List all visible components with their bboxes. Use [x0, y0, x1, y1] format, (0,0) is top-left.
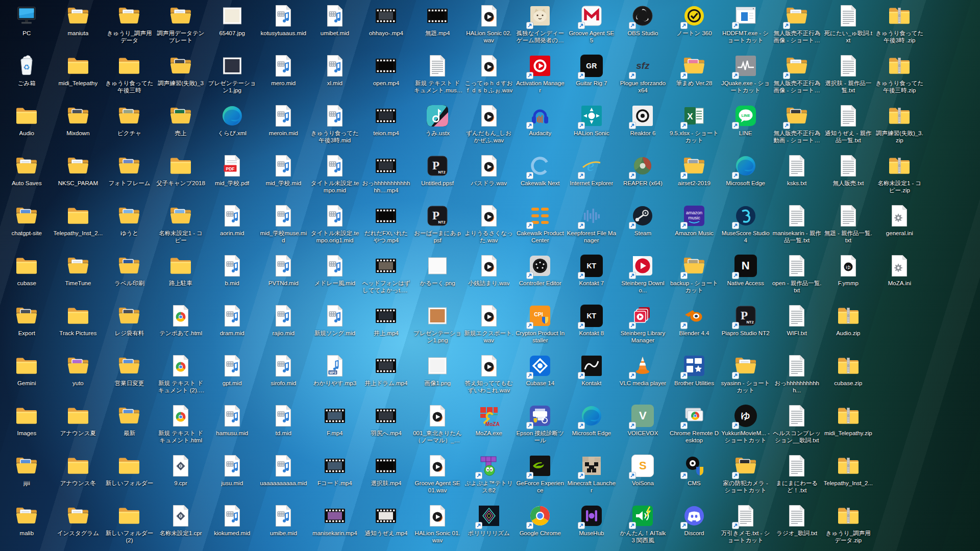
desktop-icon[interactable]: syasinn - ショートカット	[720, 351, 771, 401]
desktop-icon[interactable]: Auto Saves	[1, 151, 53, 201]
desktop-icon[interactable]: プレゼンテーション1.jpg	[206, 51, 258, 101]
desktop-icon[interactable]: ラジオ_歌詞.txt	[771, 501, 823, 551]
desktop-icon[interactable]: LINELINE	[720, 101, 771, 151]
desktop-icon[interactable]: WIFI.txt	[771, 301, 823, 351]
desktop-icon[interactable]: NNative Access	[720, 251, 771, 301]
desktop-icon[interactable]: 死にたい_ゅ歌詞.txt	[823, 1, 874, 51]
desktop-icon[interactable]: Discord	[669, 501, 720, 551]
desktop-icon[interactable]: REAPER (x64)	[617, 151, 669, 201]
desktop-icon[interactable]: 家の防犯カメラ - ショートカット	[720, 451, 771, 501]
desktop-icon[interactable]: 新規 テキスト ドキュメント.html	[155, 401, 207, 451]
desktop-icon[interactable]: 羽尻へ.mp4	[360, 401, 412, 451]
desktop-icon[interactable]: 無人販売.txt	[823, 151, 874, 201]
desktop-icon[interactable]: Cakewalk Next	[514, 151, 566, 201]
desktop-icon[interactable]: PNT2おーばーまにあ.ppsf	[412, 201, 463, 251]
desktop-icon[interactable]: Minecraft Launcher	[566, 451, 618, 501]
desktop-icon[interactable]: Reaktor 6	[617, 101, 669, 151]
desktop-icon[interactable]: HALion Sonic	[566, 101, 618, 151]
desktop-icon[interactable]: cubase.zip	[823, 351, 874, 401]
desktop-icon[interactable]: sfzPlogue sforzando x64	[617, 51, 669, 101]
desktop-icon[interactable]: NKSC_PARAM	[53, 151, 104, 201]
desktop-icon[interactable]: general.ini	[874, 201, 925, 251]
desktop-icon[interactable]: MoZA.ini	[874, 251, 925, 301]
desktop-icon[interactable]: 名称未設定1 - コピー.zip	[874, 151, 925, 201]
desktop-icon[interactable]: Blender 4.4	[669, 301, 720, 351]
desktop-icon[interactable]: HALion Sonic 02.wav	[463, 1, 514, 51]
desktop-icon[interactable]: ポリリリリズム	[463, 501, 514, 551]
desktop-icon[interactable]: おっhhhhhhhhhhh...	[771, 351, 823, 401]
desktop-icon[interactable]: ピクチャ	[104, 101, 155, 151]
desktop-icon[interactable]: gpt.mid	[206, 351, 258, 401]
desktop-icon[interactable]: F.mp4	[309, 401, 361, 451]
desktop-icon[interactable]: ずんだもん_しおかぜふ.wav	[463, 101, 514, 151]
desktop-icon[interactable]: Steam	[617, 201, 669, 251]
desktop-icon[interactable]: 新規エクスポート.wav	[463, 301, 514, 351]
desktop-icon[interactable]: バスドラ.wav	[463, 151, 514, 201]
desktop-icon[interactable]: 売上	[155, 101, 207, 151]
desktop-icon[interactable]: ノートン 360	[669, 1, 720, 51]
desktop-icon[interactable]: PNT2Untitled.ppsf	[412, 151, 463, 201]
desktop-icon[interactable]: きゅうり_調声用データ	[104, 1, 155, 51]
desktop-icon[interactable]: dram.mid	[206, 301, 258, 351]
desktop-icon[interactable]: よりうるさくなった.wav	[463, 201, 514, 251]
desktop-icon[interactable]: aorin.mid	[206, 201, 258, 251]
desktop-icon[interactable]: TimeTune	[53, 251, 104, 301]
desktop-icon[interactable]: Audio.zip	[823, 301, 874, 351]
desktop-icon[interactable]: 新しいフォルダー (2)	[104, 501, 155, 551]
desktop-icon[interactable]: Telepathy_Inst_2...	[53, 201, 104, 251]
desktop-icon[interactable]: Brother Utilities	[669, 351, 720, 401]
desktop-icon[interactable]: タイトル未設定.tempo.orig1.mid	[309, 201, 361, 251]
desktop-icon[interactable]: 名称未設定1.cpr	[155, 501, 207, 551]
desktop-icon[interactable]: sirofo.mid	[258, 351, 309, 401]
desktop-icon[interactable]: td.mid	[258, 401, 309, 451]
desktop-icon[interactable]: SVoiSona	[617, 451, 669, 501]
desktop-icon[interactable]: 9.cpr	[155, 451, 207, 501]
desktop-icon[interactable]: X9.5.xlsx - ショートカット	[669, 101, 720, 151]
desktop-icon[interactable]: 小銭詰まり.wav	[463, 251, 514, 301]
desktop-icon[interactable]: mid_学校muse.mid	[258, 201, 309, 251]
desktop-icon[interactable]: 営業日変更	[104, 351, 155, 401]
desktop-icon[interactable]: 65407.jpg	[206, 1, 258, 51]
desktop-icon[interactable]: メドレー風.mid	[309, 251, 361, 301]
desktop-icon[interactable]: きゅうり食ってた午後3時 .zip	[874, 1, 925, 51]
desktop-icon[interactable]: ゆYukkuriMovieM... - ショートカット	[720, 401, 771, 451]
desktop-icon[interactable]: 無題 - 親作品一覧.txt	[823, 201, 874, 251]
desktop-icon[interactable]: midi_Telepathy.zip	[823, 401, 874, 451]
desktop-icon[interactable]: GRGuitar Rig 7	[566, 51, 618, 101]
desktop-icon[interactable]: 画像1.png	[412, 351, 463, 401]
desktop-icon[interactable]: Controller Editor	[514, 251, 566, 301]
desktop-icon[interactable]: アナウンス夏	[53, 401, 104, 451]
desktop-icon[interactable]: 調声用データテンプレート	[155, 1, 207, 51]
desktop-icon[interactable]: Mixdown	[53, 101, 104, 151]
desktop-icon[interactable]: Groove Agent SE 01.wav	[412, 451, 463, 501]
desktop-icon[interactable]: Keepforest File Manager	[566, 201, 618, 251]
desktop-icon[interactable]: ゆF.ymmp	[823, 251, 874, 301]
desktop-icon[interactable]: VVOICEVOX	[617, 401, 669, 451]
desktop-icon[interactable]: インスタグラム	[53, 501, 104, 551]
desktop-icon[interactable]: きゅうり食ってた午後三時	[104, 51, 155, 101]
desktop-icon[interactable]: Activation Manager	[514, 51, 566, 101]
desktop-icon[interactable]: 選択肢 - 親作品一覧.txt	[823, 51, 874, 101]
desktop-icon[interactable]: うみ.ustx	[412, 101, 463, 151]
desktop-icon[interactable]: mid_学校.mid	[258, 151, 309, 201]
desktop-icon[interactable]: MuseScore Studio 4	[720, 201, 771, 251]
desktop-icon[interactable]: maniuta	[53, 1, 104, 51]
desktop-icon[interactable]: 新規 テキスト ドキュメント (2).html	[155, 351, 207, 401]
desktop-icon[interactable]: Images	[1, 401, 53, 451]
desktop-icon[interactable]: 最新	[104, 401, 155, 451]
desktop-icon[interactable]: VLC media player	[617, 351, 669, 401]
desktop-icon[interactable]: KTKontakt 7	[566, 251, 618, 301]
desktop-icon[interactable]: 選択肢.mp4	[360, 451, 412, 501]
desktop-icon[interactable]: Cakewalk Product Center	[514, 201, 566, 251]
desktop-icon[interactable]: テンポあて.html	[155, 301, 207, 351]
desktop-icon[interactable]: かんたん！AITalk 3 関西風	[617, 501, 669, 551]
desktop-icon[interactable]: 調声練習(失敗)_3	[155, 51, 207, 101]
desktop-icon[interactable]: 001_東北きりたん（ノーマル）_今じゃ...	[412, 401, 463, 451]
desktop-icon[interactable]: こってゅｈｄすおｆｄｓｂふぉ.wav	[463, 51, 514, 101]
desktop-icon[interactable]: 答え知っててもむずいわこれ.wav	[463, 351, 514, 401]
desktop-icon[interactable]: きゅうり食ってた午後三時.zip	[874, 51, 925, 101]
desktop-icon[interactable]: まにまにわーるど！.txt	[771, 451, 823, 501]
desktop-icon[interactable]: ぷよぷよ™テトリス®2	[463, 451, 514, 501]
desktop-icon[interactable]: 無題.mp4	[412, 1, 463, 51]
desktop-icon[interactable]: MoZAMoZA.exe	[463, 401, 514, 451]
